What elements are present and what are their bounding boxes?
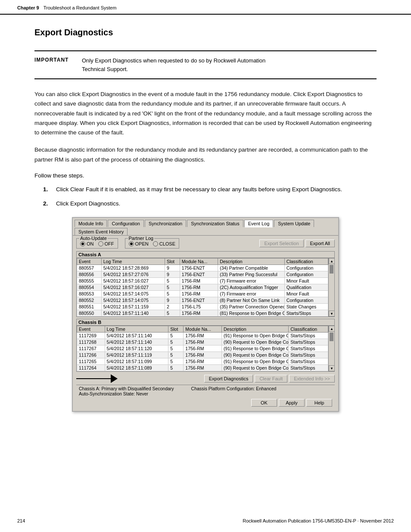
scroll-down-a[interactable]: ▼ bbox=[329, 311, 334, 317]
dialog-body: Auto-Update ON OFF bbox=[73, 236, 338, 411]
export-selection-button[interactable]: Export Selection bbox=[259, 240, 303, 247]
chapter-label: Chapter 9 bbox=[17, 5, 39, 10]
table-row[interactable]: 11172665/4/2012 18:57:11:11951756-RM(90)… bbox=[77, 352, 328, 358]
tab-configuration[interactable]: Configuration bbox=[108, 220, 143, 227]
dialog-window: Module Info Configuration Synchronizatio… bbox=[72, 217, 339, 412]
dialog-bottom-buttons: OK Apply Help bbox=[76, 397, 335, 408]
table-row[interactable]: 8805515/4/2012 18:57:11:15921756-L75(35)… bbox=[77, 304, 328, 310]
col-logtime-b: Log Time bbox=[105, 326, 168, 333]
scroll-thumb-b bbox=[330, 333, 333, 341]
tab-event-log[interactable]: Event Log bbox=[244, 220, 274, 227]
auto-update-radios: ON OFF bbox=[80, 241, 114, 246]
help-button[interactable]: Help bbox=[306, 399, 332, 407]
table-row[interactable]: 11172695/4/2012 18:57:11:14051756-RM(91)… bbox=[77, 333, 328, 339]
chassis-b-table: Event Log Time Slot Module Na... Descrip… bbox=[77, 326, 328, 371]
radio-off-label: OFF bbox=[105, 241, 114, 246]
col-logtime-a: Log Time bbox=[101, 258, 165, 265]
important-box: IMPORTANT Only Export Diagnostics when r… bbox=[34, 50, 377, 79]
tab-bar: Module Info Configuration Synchronizatio… bbox=[73, 218, 338, 236]
extended-info-button[interactable]: Extended Info >> bbox=[289, 375, 335, 383]
important-text-line2: Technical Support. bbox=[82, 65, 265, 74]
auto-update-label: Auto-Update bbox=[79, 236, 108, 241]
table-row[interactable]: 8805525/4/2012 18:57:14:07591756-EN2T(8)… bbox=[77, 297, 328, 304]
col-class-b: Classification bbox=[289, 326, 328, 333]
table-row[interactable]: 8805555/4/2012 18:57:16:02751756-RM(7) F… bbox=[77, 278, 328, 284]
col-desc-a: Description bbox=[218, 258, 285, 265]
dialog-status-bar: Chassis A: Primary with Disqualified Sec… bbox=[76, 385, 335, 397]
radio-open[interactable]: OPEN bbox=[129, 241, 149, 246]
important-label: IMPORTANT bbox=[34, 56, 73, 63]
table-row[interactable]: 8805565/4/2012 18:57:27:07691756-EN2T(33… bbox=[77, 271, 328, 278]
radio-close-label: CLOSE bbox=[159, 241, 175, 246]
steps-list: 1. Click Clear Fault if it is enabled, a… bbox=[34, 185, 377, 208]
controls-row: Auto-Update ON OFF bbox=[76, 238, 335, 249]
col-event-b: Event bbox=[77, 326, 105, 333]
col-module-a: Module Na... bbox=[180, 258, 218, 265]
export-diagnostics-button[interactable]: Export Diagnostics bbox=[204, 375, 253, 383]
ok-button[interactable]: OK bbox=[251, 399, 277, 407]
table-row[interactable]: 11172645/4/2012 18:57:11:08951756-RM(90)… bbox=[77, 365, 328, 371]
tab-system-event-history[interactable]: System Event History bbox=[75, 228, 128, 235]
main-content: Export Diagnostics IMPORTANT Only Export… bbox=[0, 15, 411, 438]
radio-on-label: ON bbox=[87, 241, 94, 246]
arrow-head bbox=[111, 374, 118, 383]
status-line3: Chassis Platform Configuration: Enhanced bbox=[191, 386, 277, 391]
table-row[interactable]: 11172675/4/2012 18:57:11:12051756-RM(91)… bbox=[77, 345, 328, 352]
step-1-num: 1. bbox=[43, 185, 51, 194]
chassis-a-section: Chassis A Event Log Time Slot Module Na.… bbox=[76, 251, 335, 317]
important-content: Only Export Diagnostics when requested t… bbox=[82, 56, 265, 73]
radio-on-circle[interactable] bbox=[80, 241, 85, 246]
page-footer: 214 Rockwell Automation Publication 1756… bbox=[0, 518, 411, 523]
scroll-down-b[interactable]: ▼ bbox=[329, 365, 334, 371]
col-module-b: Module Na... bbox=[184, 326, 222, 333]
radio-open-circle[interactable] bbox=[129, 241, 134, 246]
status-line1: Chassis A: Primary with Disqualified Sec… bbox=[79, 386, 174, 391]
chassis-b-table-container: Event Log Time Slot Module Na... Descrip… bbox=[77, 326, 334, 371]
col-slot-b: Slot bbox=[168, 326, 184, 333]
chassis-a-scrollbar[interactable]: ▲ ▼ bbox=[328, 258, 334, 317]
arrow-indicator bbox=[76, 374, 118, 383]
radio-close[interactable]: CLOSE bbox=[153, 241, 175, 246]
publication-info: Rockwell Automation Publication 1756-UM5… bbox=[243, 518, 394, 523]
export-all-button[interactable]: Export All bbox=[305, 240, 335, 247]
scroll-up-a[interactable]: ▲ bbox=[329, 258, 334, 264]
col-event-a: Event bbox=[77, 258, 102, 265]
dialog-container: Module Info Configuration Synchronizatio… bbox=[34, 217, 377, 412]
scroll-up-b[interactable]: ▲ bbox=[329, 326, 334, 332]
status-row: Chassis A: Primary with Disqualified Sec… bbox=[79, 386, 332, 391]
tab-system-update[interactable]: System Update bbox=[274, 220, 314, 227]
arrow-line bbox=[76, 378, 111, 379]
clear-fault-button[interactable]: Clear Fault bbox=[255, 375, 287, 383]
tab-synchronization[interactable]: Synchronization bbox=[145, 220, 186, 227]
apply-button[interactable]: Apply bbox=[279, 399, 305, 407]
table-row[interactable]: 8805505/4/2012 18:57:11:14051756-RM(81) … bbox=[77, 310, 328, 317]
bottom-buttons-row: Export Diagnostics Clear Fault Extended … bbox=[76, 374, 335, 383]
body-paragraph-2: Because diagnostic information for the r… bbox=[34, 145, 377, 165]
important-text-line1: Only Export Diagnostics when requested t… bbox=[82, 56, 265, 65]
body-paragraph-1: You can also click Export Diagnostics in… bbox=[34, 90, 377, 137]
radio-off-circle[interactable] bbox=[98, 241, 103, 246]
status-line2: Auto-Synchronization State: Never bbox=[79, 391, 332, 396]
chassis-b-scrollbar[interactable]: ▲ ▼ bbox=[328, 326, 334, 371]
table-row[interactable]: 8805535/4/2012 18:57:14:07551756-RM(7) F… bbox=[77, 291, 328, 297]
table-row[interactable]: 11172655/4/2012 18:57:11:09951756-RM(91)… bbox=[77, 358, 328, 365]
scroll-thumb-a bbox=[330, 265, 333, 274]
partner-log-label: Partner Log bbox=[128, 236, 154, 241]
radio-close-circle[interactable] bbox=[153, 241, 158, 246]
table-row[interactable]: 11172685/4/2012 18:57:11:14051756-RM(90)… bbox=[77, 339, 328, 345]
table-row[interactable]: 8805575/4/2012 18:57:28:86991756-EN2T(34… bbox=[77, 265, 328, 271]
radio-off[interactable]: OFF bbox=[98, 241, 114, 246]
step-1-text: Click Clear Fault if it is enabled, as i… bbox=[56, 185, 342, 194]
radio-on[interactable]: ON bbox=[80, 241, 94, 246]
tab-sync-status[interactable]: Synchronization Status bbox=[187, 220, 243, 227]
table-row[interactable]: 8805545/4/2012 18:57:16:02751756-RM(2C) … bbox=[77, 284, 328, 291]
chassis-b-header: Chassis B bbox=[77, 319, 334, 326]
export-buttons-row: Export Selection Export All bbox=[259, 240, 335, 247]
step-2-num: 2. bbox=[43, 199, 51, 208]
chassis-a-header: Chassis A bbox=[77, 252, 334, 258]
page-number: 214 bbox=[17, 518, 25, 523]
chassis-a-table: Event Log Time Slot Module Na... Descrip… bbox=[77, 258, 328, 317]
col-class-a: Classification bbox=[284, 258, 328, 265]
col-slot-a: Slot bbox=[165, 258, 180, 265]
tab-module-info[interactable]: Module Info bbox=[75, 220, 107, 227]
